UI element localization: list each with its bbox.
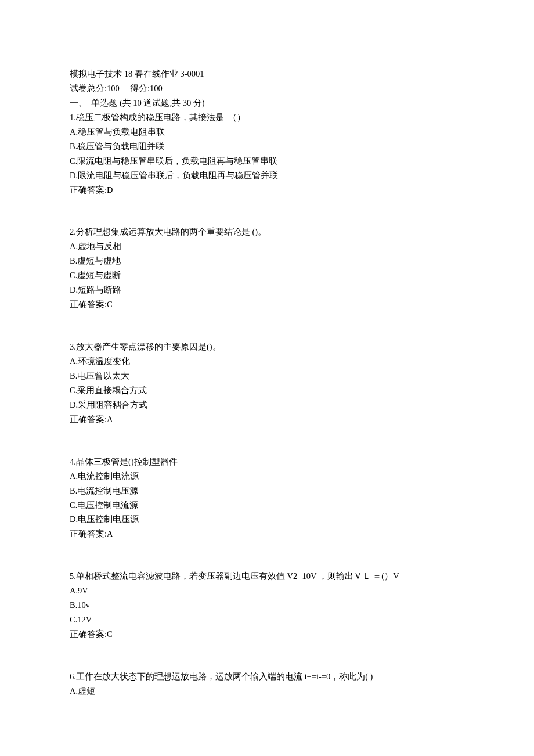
score-line: 试卷总分:100 得分:100 bbox=[70, 81, 464, 96]
question-option: A.9V bbox=[70, 584, 464, 598]
question-block: 3.放大器产生零点漂移的主要原因是()。 A.环境温度变化 B.电压曾以太大 C… bbox=[70, 340, 464, 427]
question-block: 6.工作在放大状态下的理想运放电路，运放两个输入端的电流 i+=i-=0，称此为… bbox=[70, 669, 464, 699]
question-stem: 4.晶体三极管是()控制型器件 bbox=[70, 455, 464, 469]
question-option: C.采用直接耦合方式 bbox=[70, 383, 464, 398]
question-option: C.12V bbox=[70, 613, 464, 627]
question-option: A.虚短 bbox=[70, 684, 464, 699]
question-stem: 2.分析理想集成运算放大电路的两个重要结论是 ()。 bbox=[70, 225, 464, 239]
correct-answer: 正确答案:D bbox=[70, 183, 464, 197]
question-stem: 5.单相桥式整流电容滤波电路，若变压器副边电压有效值 V2=10V ，则输出ＶＬ… bbox=[70, 569, 464, 584]
question-option: B.稳压管与负载电阻并联 bbox=[70, 139, 464, 154]
question-option: D.电压控制电压源 bbox=[70, 512, 464, 527]
question-option: B.虚短与虚地 bbox=[70, 254, 464, 268]
document-header: 模拟电子技术 18 春在线作业 3-0001 试卷总分:100 得分:100 一… bbox=[70, 67, 464, 110]
correct-answer: 正确答案:A bbox=[70, 412, 464, 427]
question-option: C.限流电阻与稳压管串联后，负载电阻再与稳压管串联 bbox=[70, 154, 464, 168]
question-option: B.电压曾以太大 bbox=[70, 369, 464, 383]
question-block: 1.稳压二极管构成的稳压电路，其接法是 （） A.稳压管与负载电阻串联 B.稳压… bbox=[70, 110, 464, 197]
question-option: A.环境温度变化 bbox=[70, 354, 464, 369]
question-option: B.电流控制电压源 bbox=[70, 484, 464, 498]
question-block: 4.晶体三极管是()控制型器件 A.电流控制电流源 B.电流控制电压源 C.电压… bbox=[70, 455, 464, 542]
question-block: 2.分析理想集成运算放大电路的两个重要结论是 ()。 A.虚地与反相 B.虚短与… bbox=[70, 225, 464, 312]
question-option: A.稳压管与负载电阻串联 bbox=[70, 125, 464, 139]
question-option: D.限流电阻与稳压管串联后，负载电阻再与稳压管并联 bbox=[70, 168, 464, 183]
question-option: A.虚地与反相 bbox=[70, 239, 464, 254]
question-stem: 1.稳压二极管构成的稳压电路，其接法是 （） bbox=[70, 110, 464, 125]
question-stem: 3.放大器产生零点漂移的主要原因是()。 bbox=[70, 340, 464, 354]
question-option: A.电流控制电流源 bbox=[70, 469, 464, 484]
question-option: D.短路与断路 bbox=[70, 283, 464, 297]
question-option: D.采用阻容耦合方式 bbox=[70, 398, 464, 412]
question-option: C.虚短与虚断 bbox=[70, 268, 464, 283]
question-block: 5.单相桥式整流电容滤波电路，若变压器副边电压有效值 V2=10V ，则输出ＶＬ… bbox=[70, 569, 464, 642]
correct-answer: 正确答案:C bbox=[70, 627, 464, 642]
section-line: 一、 单选题 (共 10 道试题,共 30 分) bbox=[70, 96, 464, 110]
question-option: B.10v bbox=[70, 598, 464, 613]
correct-answer: 正确答案:A bbox=[70, 527, 464, 541]
question-stem: 6.工作在放大状态下的理想运放电路，运放两个输入端的电流 i+=i-=0，称此为… bbox=[70, 669, 464, 684]
doc-title: 模拟电子技术 18 春在线作业 3-0001 bbox=[70, 67, 464, 81]
correct-answer: 正确答案:C bbox=[70, 297, 464, 312]
question-option: C.电压控制电流源 bbox=[70, 498, 464, 513]
